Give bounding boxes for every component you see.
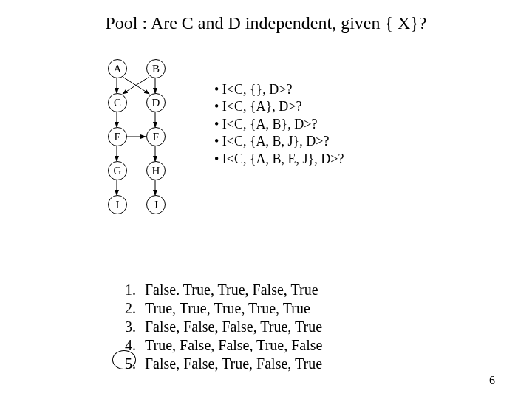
query-text: I<C, {A, B}, D>?: [222, 117, 318, 132]
node-g: G: [108, 161, 127, 180]
query-item: • I<C, {A, B, E, J}, D>?: [214, 151, 344, 168]
answer-number: 2.: [111, 299, 145, 318]
node-e: E: [108, 127, 127, 146]
query-text: I<C, {A, B, E, J}, D>?: [222, 151, 344, 166]
circle-highlight-icon: [112, 350, 136, 369]
node-a: A: [108, 59, 127, 78]
answer-number: 1.: [111, 281, 145, 299]
answer-number: 3.: [111, 318, 145, 336]
node-f: F: [146, 127, 166, 146]
node-i: I: [108, 195, 127, 214]
query-item: • I<C, {A, B, J}, D>?: [214, 133, 344, 150]
answer-text: True, True, True, True, True: [145, 300, 310, 316]
answer-option: 2.True, True, True, True, True: [111, 299, 322, 318]
node-c: C: [108, 93, 127, 112]
query-text: I<C, {A}, D>?: [222, 99, 302, 114]
query-item: • I<C, {A, B}, D>?: [214, 116, 344, 133]
answer-text: False. True, True, False, True: [145, 282, 318, 298]
answer-option: 1.False. True, True, False, True: [111, 281, 322, 299]
answer-option: 5.False, False, True, False, True: [111, 355, 322, 373]
answer-option: 3.False, False, False, True, True: [111, 318, 322, 336]
answer-options: 1.False. True, True, False, True 2.True,…: [111, 281, 322, 373]
query-text: I<C, {}, D>?: [222, 82, 293, 97]
query-text: I<C, {A, B, J}, D>?: [222, 134, 330, 149]
answer-text: False, False, True, False, True: [145, 355, 322, 372]
page-number: 6: [489, 374, 495, 387]
query-item: • I<C, {A}, D>?: [214, 98, 344, 115]
query-item: • I<C, {}, D>?: [214, 81, 344, 98]
answer-text: True, False, False, True, False: [145, 337, 322, 353]
node-j: J: [146, 195, 166, 214]
answer-text: False, False, False, True, True: [145, 318, 322, 335]
answer-option: 4.True, False, False, True, False: [111, 336, 322, 355]
node-b: B: [146, 59, 166, 78]
node-h: H: [146, 161, 166, 180]
slide-title: Pool : Are C and D independent, given { …: [0, 13, 532, 33]
node-d: D: [146, 93, 166, 112]
query-list: • I<C, {}, D>? • I<C, {A}, D>? • I<C, {A…: [214, 81, 344, 168]
